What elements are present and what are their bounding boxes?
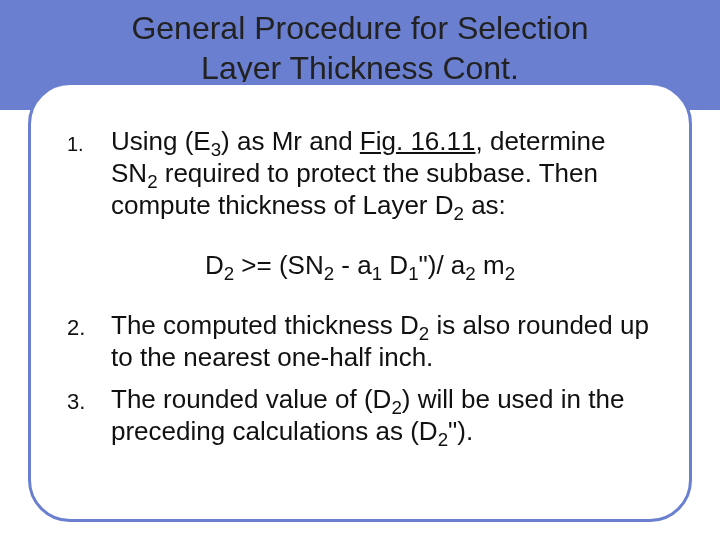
- title-line-1: General Procedure for Selection: [131, 10, 588, 46]
- subscript: 2: [505, 263, 515, 284]
- subscript: 1: [408, 263, 418, 284]
- subscript: 2: [324, 263, 334, 284]
- item-number: 3.: [67, 383, 111, 418]
- title-line-2: Layer Thickness Cont.: [201, 50, 519, 86]
- slide-title: General Procedure for Selection Layer Th…: [0, 8, 720, 88]
- text: ").: [448, 416, 473, 446]
- content-card: 1. Using (E3) as Mr and Fig. 16.11, dete…: [28, 82, 692, 522]
- slide: General Procedure for Selection Layer Th…: [0, 0, 720, 540]
- item-number: 1.: [67, 125, 111, 160]
- list-item-2: 2. The computed thickness D2 is also rou…: [67, 309, 653, 373]
- formula: D2 >= (SN2 - a1 D1")/ a2 m2: [67, 249, 653, 281]
- text: D: [382, 250, 408, 280]
- subscript: 2: [454, 203, 464, 224]
- item-body: Using (E3) as Mr and Fig. 16.11, determi…: [111, 125, 653, 221]
- text: ")/ a: [419, 250, 466, 280]
- ordered-list-continued: 2. The computed thickness D2 is also rou…: [67, 309, 653, 447]
- text: D: [205, 250, 224, 280]
- text: The computed thickness D: [111, 310, 419, 340]
- text: >= (SN: [234, 250, 324, 280]
- subscript: 1: [372, 263, 382, 284]
- subscript: 2: [438, 429, 448, 450]
- list-item-3: 3. The rounded value of (D2) will be use…: [67, 383, 653, 447]
- item-body: The rounded value of (D2) will be used i…: [111, 383, 653, 447]
- subscript: 2: [465, 263, 475, 284]
- item-body: The computed thickness D2 is also rounde…: [111, 309, 653, 373]
- subscript: 2: [224, 263, 234, 284]
- figure-reference: Fig. 16.11: [360, 126, 476, 156]
- text: required to protect the subbase. Then co…: [111, 158, 598, 220]
- text: Using (E: [111, 126, 211, 156]
- text: The rounded value of (D: [111, 384, 391, 414]
- list-item-1: 1. Using (E3) as Mr and Fig. 16.11, dete…: [67, 125, 653, 221]
- text: - a: [334, 250, 372, 280]
- ordered-list: 1. Using (E3) as Mr and Fig. 16.11, dete…: [67, 125, 653, 221]
- text: as:: [464, 190, 506, 220]
- text: m: [476, 250, 505, 280]
- text: ) as Mr and: [221, 126, 360, 156]
- content: 1. Using (E3) as Mr and Fig. 16.11, dete…: [67, 125, 653, 447]
- item-number: 2.: [67, 309, 111, 344]
